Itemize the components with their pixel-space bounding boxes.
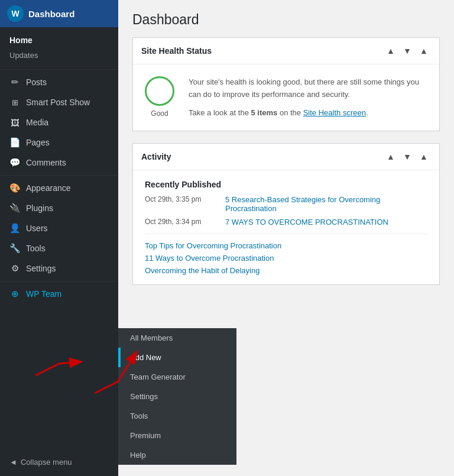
media-icon: 🖼 bbox=[9, 117, 20, 128]
extra-link-1[interactable]: Top Tips for Overcoming Procrastination bbox=[145, 241, 427, 250]
site-health-controls: ▲ ▼ ▲ bbox=[384, 44, 431, 58]
sidebar-item-media[interactable]: 🖼 Media bbox=[0, 112, 118, 132]
submenu-item-team-generator[interactable]: Team Generator bbox=[121, 367, 236, 387]
recently-published-label: Recently Published bbox=[145, 180, 427, 189]
sidebar-item-updates[interactable]: Updates bbox=[0, 48, 118, 62]
submenu-item-add-new[interactable]: Add New bbox=[118, 348, 236, 367]
submenu-item-tools[interactable]: Tools bbox=[121, 406, 236, 426]
sidebar-item-posts-label: Posts bbox=[26, 77, 47, 87]
sidebar-divider-2 bbox=[0, 175, 118, 176]
sidebar-item-settings-label: Settings bbox=[26, 264, 56, 273]
activity-title: Activity bbox=[141, 152, 171, 161]
sidebar-item-plugins[interactable]: 🔌 Plugins bbox=[0, 198, 118, 218]
pages-icon: 📄 bbox=[9, 137, 20, 148]
settings-icon: ⚙ bbox=[9, 263, 20, 274]
sidebar-item-appearance[interactable]: 🎨 Appearance bbox=[0, 178, 118, 198]
extra-link-3[interactable]: Overcoming the Habit of Delaying bbox=[145, 266, 427, 275]
activity-item-2: Oct 29th, 3:34 pm 7 WAYS TO OVERCOME PRO… bbox=[145, 218, 427, 226]
site-health-header: Site Health Status ▲ ▼ ▲ bbox=[133, 38, 439, 64]
submenu-item-settings[interactable]: Settings bbox=[121, 387, 236, 406]
activity-extra-links: Top Tips for Overcoming Procrastination … bbox=[145, 241, 427, 275]
site-health-title: Site Health Status bbox=[141, 46, 212, 56]
sidebar-divider-1 bbox=[0, 69, 118, 70]
sidebar-item-pages-label: Pages bbox=[26, 138, 50, 147]
sidebar-item-users-label: Users bbox=[26, 224, 48, 233]
activity-date-2: Oct 29th, 3:34 pm bbox=[145, 218, 216, 226]
sidebar-item-smart-post-show[interactable]: ⊞ Smart Post Show bbox=[0, 92, 118, 112]
sidebar-title: Dashboard bbox=[28, 9, 74, 19]
health-desc-text: Your site's health is looking good, but … bbox=[189, 76, 427, 101]
site-health-collapse-up[interactable]: ▲ bbox=[384, 44, 398, 58]
health-items-count: 5 items bbox=[251, 108, 278, 117]
health-circle bbox=[145, 76, 174, 106]
site-health-widget: Site Health Status ▲ ▼ ▲ Good Your site'… bbox=[132, 37, 440, 131]
activity-header: Activity ▲ ▼ ▲ bbox=[133, 144, 439, 170]
wp-logo: W bbox=[7, 5, 24, 22]
comments-icon: 💬 bbox=[9, 157, 20, 168]
sidebar-item-smart-post-show-label: Smart Post Show bbox=[26, 98, 90, 107]
collapse-arrow-icon: ◄ bbox=[9, 458, 17, 467]
collapse-menu-label: Collapse menu bbox=[21, 458, 72, 467]
sidebar-item-comments-label: Comments bbox=[26, 158, 66, 167]
page-title: Dashboard bbox=[132, 12, 440, 28]
activity-widget: Activity ▲ ▼ ▲ Recently Published Oct 29… bbox=[132, 143, 440, 285]
sidebar-item-plugins-label: Plugins bbox=[26, 203, 53, 213]
sidebar-item-tools[interactable]: 🔧 Tools bbox=[0, 238, 118, 258]
site-health-link[interactable]: Site Health screen bbox=[303, 108, 366, 117]
activity-collapse-down[interactable]: ▼ bbox=[400, 150, 414, 164]
health-indicator: Good bbox=[145, 76, 174, 118]
sidebar-bottom: ◄ Collapse menu bbox=[0, 448, 118, 476]
sidebar-item-media-label: Media bbox=[26, 118, 48, 127]
sidebar-header[interactable]: W Dashboard bbox=[0, 0, 118, 27]
activity-link-2[interactable]: 7 WAYS TO OVERCOME PROCRASTINATION bbox=[225, 218, 388, 226]
sidebar-item-tools-label: Tools bbox=[26, 244, 46, 253]
wp-team-icon: ⊕ bbox=[9, 289, 20, 299]
appearance-icon: 🎨 bbox=[9, 183, 20, 193]
activity-body: Recently Published Oct 29th, 3:35 pm 5 R… bbox=[133, 170, 439, 284]
plugins-icon: 🔌 bbox=[9, 203, 20, 213]
activity-link-1[interactable]: 5 Research-Based Strategies for Overcomi… bbox=[225, 195, 427, 213]
submenu-item-help[interactable]: Help bbox=[121, 445, 236, 465]
wp-team-submenu: All Members Add New Team Generator Setti… bbox=[118, 328, 236, 465]
sidebar-item-posts[interactable]: ✏ Posts bbox=[0, 72, 118, 92]
posts-icon: ✏ bbox=[9, 77, 20, 88]
smart-post-show-icon: ⊞ bbox=[9, 97, 20, 108]
sidebar-item-pages[interactable]: 📄 Pages bbox=[0, 132, 118, 153]
collapse-menu[interactable]: ◄ Collapse menu bbox=[0, 453, 118, 471]
sidebar-item-comments[interactable]: 💬 Comments bbox=[0, 153, 118, 173]
site-health-body: Good Your site's health is looking good,… bbox=[133, 64, 439, 131]
activity-collapse-up[interactable]: ▲ bbox=[384, 150, 398, 164]
activity-toggle[interactable]: ▲ bbox=[417, 150, 431, 164]
activity-date-1: Oct 29th, 3:35 pm bbox=[145, 195, 216, 203]
sidebar-item-wp-team[interactable]: ⊕ WP Team bbox=[0, 284, 118, 304]
sidebar-item-wp-team-label: WP Team bbox=[26, 289, 61, 299]
health-label: Good bbox=[151, 109, 168, 118]
submenu-item-all-members[interactable]: All Members bbox=[121, 328, 236, 348]
sidebar: W Dashboard Home Updates ✏ Posts ⊞ Smart… bbox=[0, 0, 118, 476]
sidebar-item-settings[interactable]: ⚙ Settings bbox=[0, 258, 118, 279]
health-description: Your site's health is looking good, but … bbox=[189, 76, 427, 119]
tools-icon: 🔧 bbox=[9, 243, 20, 254]
site-health-collapse-down[interactable]: ▼ bbox=[400, 44, 414, 58]
activity-controls: ▲ ▼ ▲ bbox=[384, 150, 431, 164]
sidebar-item-appearance-label: Appearance bbox=[26, 183, 71, 193]
sidebar-home-section: Home Updates bbox=[0, 27, 118, 67]
sidebar-divider-3 bbox=[0, 281, 118, 281]
activity-item-1: Oct 29th, 3:35 pm 5 Research-Based Strat… bbox=[145, 195, 427, 213]
sidebar-item-users[interactable]: 👤 Users bbox=[0, 218, 118, 238]
users-icon: 👤 bbox=[9, 223, 20, 234]
extra-link-2[interactable]: 11 Ways to Overcome Procrastination bbox=[145, 254, 427, 263]
submenu-item-premium[interactable]: Premium bbox=[121, 426, 236, 445]
activity-divider bbox=[145, 234, 427, 234]
site-health-toggle[interactable]: ▲ bbox=[417, 44, 431, 58]
health-cta: Take a look at the 5 items on the Site H… bbox=[189, 107, 427, 119]
sidebar-item-home[interactable]: Home bbox=[0, 32, 118, 48]
